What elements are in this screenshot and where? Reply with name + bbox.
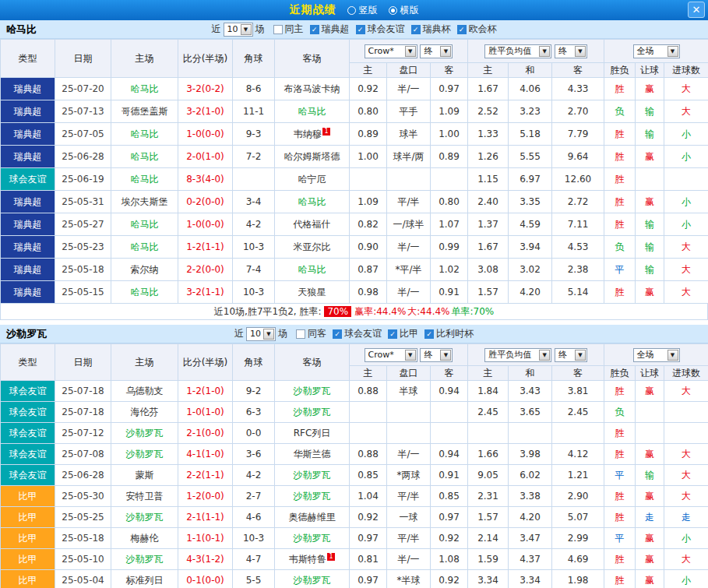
match-count-select[interactable]: 10 xyxy=(224,23,253,37)
league-type-cell: 比甲 xyxy=(1,486,55,507)
score-cell: 3-2(1-1) xyxy=(178,281,233,304)
result-handicap-cell: 输 xyxy=(636,123,664,146)
handicap-odds-cell: 0.97 xyxy=(350,570,387,588)
team-label: 哈马比 xyxy=(131,241,159,252)
avg-metric-select[interactable]: 胜平负均值 xyxy=(484,44,551,58)
avg-final-value: 终 xyxy=(558,349,567,361)
score-cell: 0-2(0-0) xyxy=(178,191,233,213)
filter-near-label: 近 xyxy=(234,327,244,340)
team-label: 天狼星 xyxy=(298,287,326,298)
handicap-odds-cell: 球半 xyxy=(387,123,431,146)
match-date-cell: 25-07-12 xyxy=(55,423,111,444)
filter-checkbox[interactable]: 瑞典超 xyxy=(310,23,350,36)
filter-checkbox[interactable]: 比甲 xyxy=(388,327,418,340)
team-label: 沙勒罗瓦 xyxy=(294,470,331,481)
filter-checkbox[interactable]: 比利时杯 xyxy=(424,327,474,340)
avg-odds-cell: 3.98 xyxy=(509,444,552,465)
odds-company-value: Crow* xyxy=(368,350,394,360)
sub-header-away-odds: 客 xyxy=(431,366,468,381)
match-count-select[interactable]: 10 xyxy=(246,327,276,341)
avg-odds-cell: 4.20 xyxy=(509,507,552,528)
chevron-down-icon xyxy=(575,46,586,57)
layout-radio-horizontal[interactable]: 横版 xyxy=(389,4,419,17)
match-row: 瑞典超25-05-23哈马比1-2(1-1)10-3米亚尔比0.90半/一0.9… xyxy=(1,236,708,259)
team-name: 沙勒罗瓦 xyxy=(0,327,47,341)
result-wdl-cell: 胜 xyxy=(604,281,636,304)
result-wdl-cell: 胜 xyxy=(604,123,636,146)
filter-checkbox[interactable]: 球会友谊 xyxy=(333,327,382,340)
avg-header-cell: 胜平负均值 终 xyxy=(468,40,604,63)
handicap-odds-cell: 1.09 xyxy=(431,100,468,123)
match-date-cell: 25-07-05 xyxy=(55,123,111,146)
avg-metric-select[interactable]: 胜平负均值 xyxy=(484,348,551,362)
sub-header-handicap: 盘口 xyxy=(387,63,431,78)
match-row: 瑞典超25-07-13哥德堡盖斯3-2(1-0)11-1哈马比0.80平手1.0… xyxy=(1,100,708,123)
close-button[interactable]: ✕ xyxy=(688,2,705,18)
scope-select[interactable]: 全场 xyxy=(633,348,680,362)
away-team-cell: 沙勒罗瓦 xyxy=(275,486,350,507)
checkbox-checked-icon xyxy=(310,25,319,34)
handicap-odds-cell xyxy=(431,423,468,444)
handicap-odds-cell: 0.97 xyxy=(431,78,468,100)
avg-final-select[interactable]: 终 xyxy=(555,348,587,362)
filter-checkbox[interactable]: 球会友谊 xyxy=(356,23,405,36)
odds-company-select[interactable]: Crow* xyxy=(365,348,417,362)
sub-header-handicap-result: 让球 xyxy=(636,366,664,381)
matches-tbody: 球会友谊25-07-18乌德勒支1-2(1-0)9-2沙勒罗瓦0.88半球0.9… xyxy=(1,381,708,588)
checkbox-checked-icon xyxy=(356,25,365,34)
corner-cell: 11-1 xyxy=(233,100,275,123)
match-date-cell: 25-05-18 xyxy=(55,528,111,549)
corner-cell: 5-5 xyxy=(233,570,275,588)
avg-odds-cell: 2.14 xyxy=(468,528,509,549)
odds-final-select[interactable]: 终 xyxy=(420,44,453,58)
summary-part: 大:44.4% xyxy=(407,305,449,319)
sub-header-handicap: 盘口 xyxy=(387,366,431,381)
layout-radio-vertical[interactable]: 竖版 xyxy=(347,4,378,17)
odds-company-select[interactable]: Crow* xyxy=(365,44,417,58)
result-goals-cell: 大 xyxy=(664,281,708,304)
handicap-odds-cell: 半/一 xyxy=(387,281,431,304)
match-row: 球会友谊25-07-08沙勒罗瓦4-1(1-0)3-6华斯兰德0.88半/一0.… xyxy=(1,444,708,465)
summary-part: 赢率:44.4% xyxy=(354,305,406,319)
home-team-cell: 埃尔夫斯堡 xyxy=(111,191,178,213)
avg-metric-value: 胜平负均值 xyxy=(488,45,531,57)
handicap-odds-cell: 1.07 xyxy=(431,213,468,236)
avg-odds-cell: 3.65 xyxy=(509,402,552,423)
team-label: 布洛马波卡纳 xyxy=(284,83,340,94)
avg-final-select[interactable]: 终 xyxy=(555,44,587,58)
score-cell: 1-2(1-0) xyxy=(178,381,233,402)
result-wdl-cell: 胜 xyxy=(604,423,636,444)
team-label: 哈马比 xyxy=(298,106,326,117)
filter-checkbox[interactable]: 同客 xyxy=(296,327,326,340)
score-cell: 3-2(0-2) xyxy=(178,78,233,100)
avg-odds-cell: 1.26 xyxy=(468,146,509,168)
avg-odds-cell: 2.40 xyxy=(468,191,509,213)
handicap-odds-cell: 0.92 xyxy=(350,507,387,528)
handicap-odds-cell: 0.81 xyxy=(350,549,387,570)
team-label: 米亚尔比 xyxy=(294,241,331,252)
odds-final-select[interactable]: 终 xyxy=(420,348,453,362)
result-wdl-cell: 负 xyxy=(604,402,636,423)
filter-checkbox[interactable]: 同主 xyxy=(273,23,304,36)
result-goals-cell xyxy=(664,402,708,423)
handicap-odds-cell: 半/一 xyxy=(387,236,431,259)
home-team-cell: 哈马比 xyxy=(111,146,178,168)
titlebar: 近期战绩 竖版 横版 ✕ xyxy=(0,0,708,20)
away-team-cell: 布洛马波卡纳 xyxy=(275,78,350,100)
scope-value: 全场 xyxy=(637,349,654,361)
handicap-odds-cell: *平/半 xyxy=(387,259,431,281)
handicap-odds-cell: 一/球半 xyxy=(387,213,431,236)
team-label: 乌德勒支 xyxy=(126,386,164,396)
filter-checkbox-label: 瑞典杯 xyxy=(423,23,451,36)
score-cell: 2-2(0-0) xyxy=(178,259,233,281)
result-handicap-cell xyxy=(636,423,664,444)
team-label: 哥德堡盖斯 xyxy=(122,106,168,117)
summary-part: 近10场,胜7平1负2, 胜率: xyxy=(214,305,322,319)
scope-select[interactable]: 全场 xyxy=(633,44,680,58)
league-type-cell: 瑞典超 xyxy=(1,236,55,259)
filter-checkbox[interactable]: 欧会杯 xyxy=(457,23,497,36)
result-goals-cell: 大 xyxy=(664,236,708,259)
filter-checkbox-group: 同主瑞典超球会友谊瑞典杯欧会杯 xyxy=(267,23,497,36)
home-team-cell: 哈马比 xyxy=(111,213,178,236)
filter-checkbox[interactable]: 瑞典杯 xyxy=(411,23,451,36)
